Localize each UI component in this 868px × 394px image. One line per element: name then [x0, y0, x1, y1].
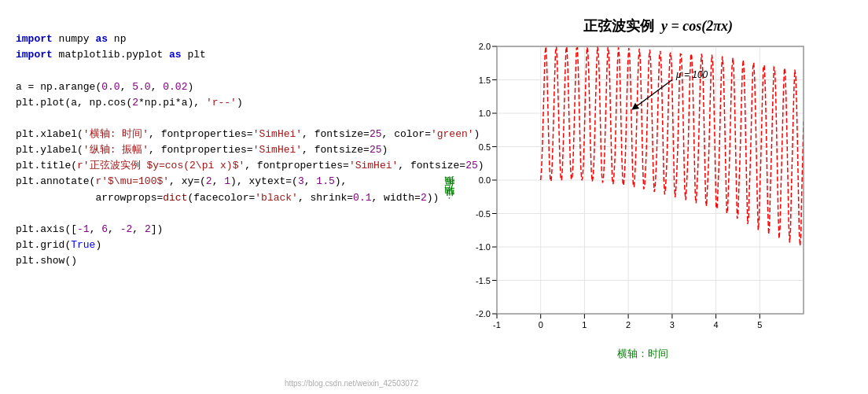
- xtick-3: 3: [670, 320, 675, 330]
- code-line-7: plt.title(r'正弦波实例 $y=cos(2\pi x)$', font…: [16, 160, 484, 171]
- xtick-2: 2: [626, 320, 631, 330]
- code-line-3: a = np.arange(0.0, 5.0, 0.02): [16, 81, 193, 93]
- chart-area: 纵轴：振幅: [442, 39, 851, 361]
- chart-panel: 正弦波实例 y = cos(2πx) 纵轴：振幅: [425, 0, 868, 394]
- chart-title: 正弦波实例 y = cos(2πx): [442, 17, 851, 35]
- y-axis-label: 纵轴：振幅: [442, 194, 456, 204]
- x-axis-label: 横轴：时间: [458, 347, 827, 361]
- chart-title-math: y = cos(2πx): [654, 18, 733, 34]
- watermark: https://blog.csdn.net/weixin_42503072: [285, 379, 418, 388]
- code-block: import numpy as np import matplotlib.pyp…: [16, 16, 409, 285]
- ytick-0: 0.0: [479, 175, 491, 185]
- code-line-2: import matplotlib.pyplot as plt: [16, 49, 206, 61]
- code-line-4: plt.plot(a, np.cos(2*np.pi*a), 'r--'): [16, 97, 243, 109]
- ytick-m2: -2.0: [476, 309, 491, 319]
- code-line-1: import numpy as np: [16, 33, 126, 45]
- chart-svg-wrapper: -1 0 1 2 3 4: [458, 39, 827, 361]
- ytick-m1.5: -1.5: [476, 275, 491, 285]
- chart-title-cn: 正弦波实例: [583, 18, 654, 34]
- ytick-m1: -1.0: [476, 242, 491, 252]
- code-line-11: plt.grid(True): [16, 239, 101, 251]
- code-line-12: plt.show(): [16, 255, 77, 267]
- ytick-2: 2.0: [479, 42, 491, 51]
- annotation-text: μ = 100: [675, 69, 708, 80]
- chart-container: 正弦波实例 y = cos(2πx) 纵轴：振幅: [442, 17, 851, 378]
- ytick-m0.5: -0.5: [476, 208, 491, 218]
- code-line-5: plt.xlabel('横轴: 时间', fontproperties='Sim…: [16, 128, 480, 140]
- ytick-1: 1.0: [479, 109, 491, 118]
- ytick-0.5: 0.5: [479, 142, 491, 151]
- xtick-minus1: -1: [493, 320, 501, 330]
- xtick-4: 4: [714, 320, 719, 330]
- plot-svg: -1 0 1 2 3 4: [458, 39, 827, 345]
- xtick-5: 5: [757, 320, 762, 330]
- code-line-10: plt.axis([-1, 6, -2, 2]): [16, 223, 163, 235]
- code-line-9: arrowprops=dict(facecolor='black', shrin…: [16, 192, 439, 204]
- code-line-8: plt.annotate(r'$\mu=100$', xy=(2, 1), xy…: [16, 175, 347, 187]
- ytick-1.5: 1.5: [479, 75, 491, 84]
- code-line-6: plt.ylabel('纵轴: 振幅', fontproperties='Sim…: [16, 144, 388, 156]
- xtick-0: 0: [539, 320, 543, 330]
- code-panel: import numpy as np import matplotlib.pyp…: [0, 0, 425, 394]
- xtick-1: 1: [582, 320, 587, 330]
